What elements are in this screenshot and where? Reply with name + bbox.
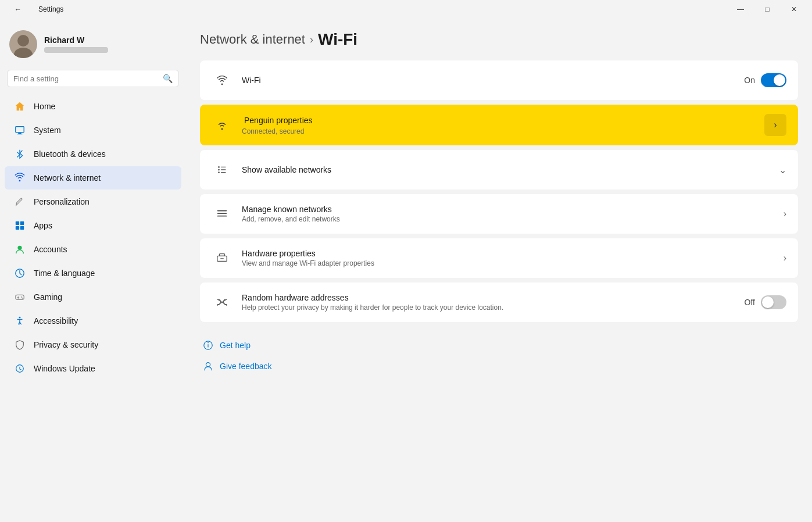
- sidebar-item-network[interactable]: Network & internet: [5, 166, 181, 190]
- sidebar-item-apps[interactable]: Apps: [5, 214, 181, 237]
- chevron-right-icon: ›: [784, 209, 786, 219]
- svg-point-27: [208, 342, 209, 344]
- help-section: Get help Give feedback: [200, 336, 798, 376]
- sidebar: Richard W 🔍 Home System: [0, 19, 186, 522]
- sidebar-item-label: System: [34, 126, 172, 135]
- sidebar-item-label: Gaming: [34, 292, 172, 302]
- svg-rect-4: [18, 133, 21, 134]
- random-hw-title: Random hardware addresses: [242, 293, 745, 302]
- personalization-icon: [14, 196, 26, 208]
- breadcrumb-sep: ›: [310, 34, 313, 46]
- sidebar-item-windows-update[interactable]: Windows Update: [5, 357, 181, 380]
- user-email: [44, 47, 108, 53]
- sidebar-item-label: Personalization: [34, 197, 172, 206]
- breadcrumb-current: Wi-Fi: [318, 30, 357, 49]
- system-icon: [14, 124, 26, 136]
- give-feedback-link[interactable]: Give feedback: [200, 357, 798, 376]
- penguin-row[interactable]: Penguin properties Connected, secured ›: [200, 105, 798, 145]
- sidebar-item-privacy[interactable]: Privacy & security: [5, 333, 181, 356]
- give-feedback-icon: [202, 360, 214, 372]
- give-feedback-label: Give feedback: [220, 362, 272, 371]
- sidebar-item-label: Windows Update: [34, 364, 172, 373]
- svg-rect-22: [217, 216, 227, 217]
- show-networks-control: ⌄: [779, 165, 786, 176]
- manage-networks-card: Manage known networks Add, remove, and e…: [200, 194, 798, 234]
- search-box[interactable]: 🔍: [7, 70, 179, 87]
- close-button[interactable]: ✕: [781, 0, 807, 19]
- minimize-button[interactable]: —: [727, 0, 754, 19]
- sidebar-item-label: Bluetooth & devices: [34, 149, 172, 159]
- bluetooth-icon: [14, 148, 26, 160]
- hardware-props-card: Hardware properties View and manage Wi-F…: [200, 238, 798, 278]
- svg-rect-9: [20, 226, 24, 230]
- svg-rect-12: [16, 295, 24, 299]
- show-networks-row[interactable]: Show available networks ⌄: [200, 150, 798, 190]
- random-hw-icon: [212, 292, 232, 313]
- sidebar-item-home[interactable]: Home: [5, 95, 181, 118]
- hardware-props-title: Hardware properties: [242, 249, 784, 258]
- svg-rect-20: [217, 210, 227, 212]
- svg-point-1: [17, 35, 29, 47]
- wifi-toggle[interactable]: [761, 73, 786, 87]
- random-hw-status: Off: [745, 298, 755, 307]
- svg-point-13: [21, 296, 22, 298]
- manage-networks-control: ›: [784, 209, 786, 219]
- sidebar-item-label: Time & language: [34, 269, 172, 278]
- get-help-label: Get help: [220, 341, 251, 350]
- accessibility-icon: [14, 315, 26, 327]
- random-hw-text: Random hardware addresses Help protect y…: [242, 293, 745, 312]
- sidebar-item-accessibility[interactable]: Accessibility: [5, 309, 181, 332]
- penguin-title: Penguin properties: [242, 115, 315, 126]
- manage-networks-title: Manage known networks: [242, 205, 784, 214]
- sidebar-item-label: Accessibility: [34, 316, 172, 326]
- sidebar-item-accounts[interactable]: Accounts: [5, 238, 181, 261]
- svg-rect-21: [217, 213, 227, 214]
- titlebar-controls: — □ ✕: [727, 0, 807, 19]
- random-hw-toggle-thumb: [762, 296, 774, 308]
- penguin-chevron-button[interactable]: ›: [764, 114, 786, 136]
- hardware-props-subtitle: View and manage Wi-Fi adapter properties: [242, 259, 784, 267]
- sidebar-item-personalization[interactable]: Personalization: [5, 190, 181, 213]
- penguin-text: Penguin properties Connected, secured: [242, 115, 764, 135]
- penguin-subtitle: Connected, secured: [242, 127, 764, 135]
- get-help-link[interactable]: Get help: [200, 336, 798, 355]
- user-name: Richard W: [44, 35, 108, 45]
- sidebar-item-time[interactable]: Time & language: [5, 262, 181, 285]
- penguin-wifi-icon: [212, 115, 232, 135]
- svg-point-10: [17, 246, 22, 250]
- maximize-button[interactable]: □: [754, 0, 781, 19]
- penguin-control: ›: [764, 114, 786, 136]
- app-window: Richard W 🔍 Home System: [0, 19, 812, 522]
- sidebar-item-system[interactable]: System: [5, 119, 181, 142]
- titlebar-left: ← Settings: [5, 0, 63, 19]
- wifi-card: Wi-Fi On: [200, 60, 798, 100]
- back-button[interactable]: ←: [5, 0, 31, 19]
- nav-list: Home System Bluetooth & devices Network …: [0, 94, 186, 381]
- wifi-control: On: [744, 73, 786, 87]
- sidebar-item-label: Privacy & security: [34, 340, 172, 349]
- user-section: Richard W: [0, 23, 186, 70]
- svg-point-19: [218, 171, 220, 173]
- show-networks-text: Show available networks: [242, 165, 779, 174]
- svg-rect-6: [16, 221, 19, 225]
- random-hw-toggle[interactable]: [761, 295, 786, 309]
- show-networks-card: Show available networks ⌄: [200, 150, 798, 190]
- wifi-row: Wi-Fi On: [200, 60, 798, 100]
- sidebar-item-label: Home: [34, 102, 172, 111]
- chevron-right-icon: ›: [774, 120, 777, 130]
- sidebar-item-gaming[interactable]: Gaming: [5, 285, 181, 309]
- svg-point-18: [218, 166, 220, 168]
- svg-point-17: [218, 169, 220, 171]
- penguin-card: Penguin properties Connected, secured ›: [200, 105, 798, 145]
- hardware-props-control: ›: [784, 253, 786, 263]
- svg-rect-24: [219, 254, 224, 256]
- sidebar-item-bluetooth[interactable]: Bluetooth & devices: [5, 142, 181, 166]
- sidebar-item-label: Network & internet: [34, 173, 172, 183]
- time-icon: [14, 267, 26, 279]
- hardware-props-row[interactable]: Hardware properties View and manage Wi-F…: [200, 238, 798, 278]
- svg-rect-7: [20, 221, 24, 225]
- search-input[interactable]: [13, 74, 158, 83]
- random-hw-row: Random hardware addresses Help protect y…: [200, 283, 798, 322]
- manage-networks-row[interactable]: Manage known networks Add, remove, and e…: [200, 194, 798, 234]
- random-hw-control: Off: [745, 295, 786, 309]
